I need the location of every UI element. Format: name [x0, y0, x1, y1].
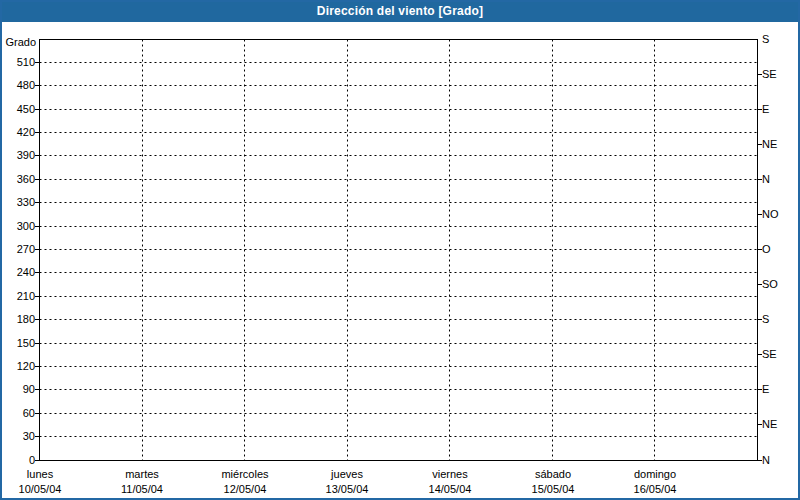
- right-axis-tick-label: E: [762, 103, 798, 116]
- x-axis-day-label: miércoles: [200, 468, 290, 481]
- right-axis-tick-label: O: [762, 243, 798, 256]
- left-axis-tick-label: 120: [4, 360, 35, 373]
- x-axis-day-label: lunes: [0, 468, 85, 481]
- right-axis-tick-label: SO: [762, 278, 798, 291]
- right-axis-tick-label: NE: [762, 138, 798, 151]
- left-axis-tick-label: 480: [4, 79, 35, 92]
- plot-grid: [0, 0, 800, 500]
- x-axis-date-label: 15/05/04: [508, 483, 598, 496]
- left-axis-tick-label: 390: [4, 149, 35, 162]
- left-axis-tick-label: 60: [4, 407, 35, 420]
- right-axis-tick-label: N: [762, 454, 798, 467]
- left-axis-title: Grado: [0, 36, 36, 49]
- right-axis-tick-label: S: [762, 33, 798, 46]
- x-axis-date-label: 11/05/04: [97, 483, 187, 496]
- left-axis-tick-label: 150: [4, 337, 35, 350]
- left-axis-tick-label: 0: [4, 454, 35, 467]
- x-axis-day-label: jueves: [302, 468, 392, 481]
- left-axis-tick-label: 420: [4, 126, 35, 139]
- left-axis-tick-label: 90: [4, 383, 35, 396]
- x-axis-day-label: domingo: [610, 468, 700, 481]
- right-axis-tick-label: NE: [762, 418, 798, 431]
- right-axis-tick-label: SE: [762, 68, 798, 81]
- left-axis-tick-label: 330: [4, 196, 35, 209]
- left-axis-tick-label: 300: [4, 220, 35, 233]
- left-axis-tick-label: 270: [4, 243, 35, 256]
- right-axis-tick-label: S: [762, 313, 798, 326]
- left-axis-tick-label: 240: [4, 266, 35, 279]
- x-axis-date-label: 10/05/04: [0, 483, 85, 496]
- x-axis-date-label: 14/05/04: [405, 483, 495, 496]
- right-axis-tick-label: N: [762, 173, 798, 186]
- left-axis-tick-label: 180: [4, 313, 35, 326]
- x-axis-day-label: martes: [97, 468, 187, 481]
- right-axis-tick-label: E: [762, 383, 798, 396]
- left-axis-tick-label: 210: [4, 290, 35, 303]
- left-axis-tick-label: 360: [4, 173, 35, 186]
- right-axis-tick-label: SE: [762, 348, 798, 361]
- left-axis-tick-label: 30: [4, 430, 35, 443]
- left-axis-tick-label: 510: [4, 56, 35, 69]
- x-axis-day-label: viernes: [405, 468, 495, 481]
- x-axis-date-label: 16/05/04: [610, 483, 700, 496]
- right-axis-tick-label: NO: [762, 208, 798, 221]
- x-axis-day-label: sábado: [508, 468, 598, 481]
- left-axis-tick-label: 450: [4, 103, 35, 116]
- x-axis-date-label: 12/05/04: [200, 483, 290, 496]
- x-axis-date-label: 13/05/04: [302, 483, 392, 496]
- wind-direction-chart-window: Dirección del viento [Grado]: [0, 0, 800, 500]
